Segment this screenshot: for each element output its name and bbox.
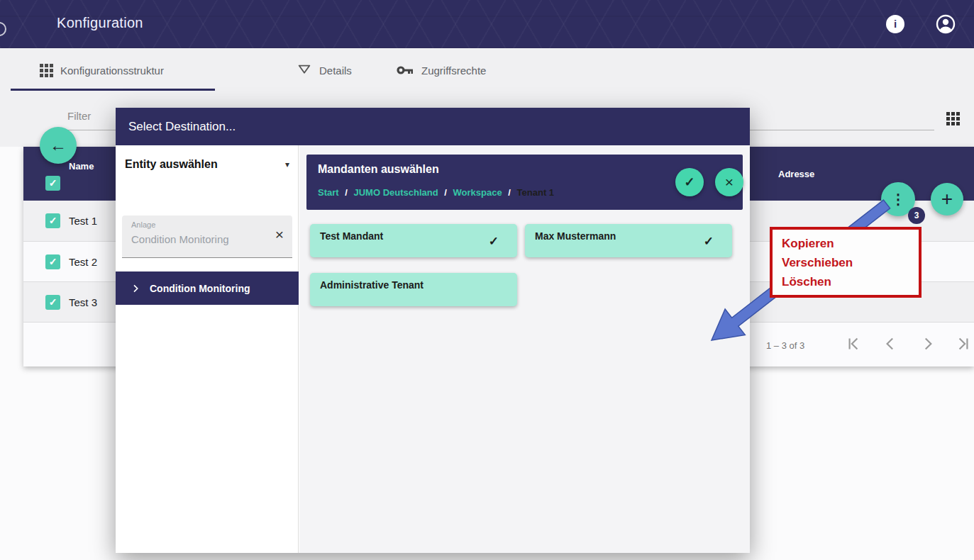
row-name: Test 3 [69,296,97,308]
tenant-chip-max-mustermann[interactable]: Max Mustermann ✓ [525,224,732,257]
column-adresse: Adresse [778,169,814,179]
back-button[interactable]: ← [40,127,77,164]
cancel-button[interactable]: × [715,168,743,196]
row-checkbox[interactable]: ✓ [45,213,60,228]
tenant-panel-header: Mandanten auswählen Start / JUMO Deutsch… [306,155,743,210]
active-tab-underline [11,89,215,91]
info-icon[interactable]: i [886,15,904,33]
chip-check-icon: ✓ [704,234,714,249]
add-button[interactable]: + [931,183,963,215]
selection-badge: 3 [908,207,925,224]
breadcrumb-current: Tenant 1 [517,187,555,198]
menu-partial-icon[interactable] [0,22,6,36]
filter-label: Filter [67,110,91,122]
entity-select-label: Entity auswählen [125,158,218,171]
breadcrumb-link-jumo-deutschland[interactable]: JUMO Deutschland [354,187,438,198]
chip-check-icon: ✓ [489,234,499,249]
close-icon: × [725,174,734,191]
first-page-button[interactable] [844,335,863,353]
select-all-checkbox[interactable]: ✓ [45,176,60,191]
row-checkbox[interactable]: ✓ [45,254,60,269]
annotation-line: Löschen [782,272,919,291]
tab-bar: Konfigurationsstruktur Details Zugriffsr… [0,48,974,92]
more-vert-icon: ⋮ [891,191,905,208]
tenant-chip-test-mandant[interactable]: Test Mandant ✓ [310,224,517,257]
select-destination-dialog: Select Destination... Entity auswählen ▾… [116,108,750,553]
row-name: Test 1 [69,215,97,227]
tab-konfigurationsstruktur[interactable]: Konfigurationsstruktur [40,48,164,92]
tenant-panel: Mandanten auswählen Start / JUMO Deutsch… [299,145,750,553]
prev-page-button[interactable] [882,335,900,353]
row-name: Test 2 [69,256,97,268]
next-page-button[interactable] [919,335,937,353]
last-page-button[interactable] [954,335,973,353]
dialog-title: Select Destination... [116,108,750,145]
chevron-right-icon [130,283,141,294]
tab-label: Zugriffsrechte [421,65,486,77]
breadcrumb-link-start[interactable]: Start [318,187,339,198]
tab-label: Konfigurationsstruktur [60,65,164,77]
row-checkbox[interactable]: ✓ [45,295,60,310]
tab-zugriffsrechte[interactable]: Zugriffsrechte [396,48,486,92]
clear-icon[interactable]: × [275,227,284,242]
entity-panel: Entity auswählen ▾ Anlage Condition Moni… [116,145,299,553]
pagination-range: 1 – 3 of 3 [766,340,804,351]
plus-icon: + [941,188,953,211]
column-name: Name [69,161,94,172]
key-icon [396,62,414,78]
arrow-left-icon: ← [50,135,67,155]
tab-details[interactable]: Details [297,48,352,92]
breadcrumb-separator: / [508,187,511,198]
grid-icon [40,64,53,77]
confirm-button[interactable]: ✓ [675,168,704,196]
annotation-line: Kopieren [782,234,919,253]
apps-grid-icon[interactable] [946,112,960,125]
tree-item-label: Condition Monitoring [150,283,250,294]
annotation-line: Verschieben [782,253,919,272]
chip-label: Test Mandant [320,230,383,242]
page-title: Konfiguration [57,15,143,31]
app-bar: Konfiguration i [0,0,974,48]
anlage-field[interactable]: Anlage Condition Monitoring × [122,215,292,258]
check-icon: ✓ [684,174,694,190]
breadcrumb: Start / JUMO Deutschland / Workspace / T… [318,187,554,198]
caret-down-icon: ▾ [285,159,289,169]
tenant-chip-administrative-tenant[interactable]: Administrative Tenant [310,273,517,306]
field-label: Anlage [131,220,155,229]
breadcrumb-separator: / [345,187,348,198]
funnel-icon [297,62,312,78]
chip-label: Max Mustermann [535,230,616,242]
chip-label: Administrative Tenant [320,279,424,291]
tenant-panel-title: Mandanten auswählen [318,163,439,176]
account-icon[interactable] [935,13,956,35]
breadcrumb-link-workspace[interactable]: Workspace [453,187,502,198]
annotation-box: Kopieren Verschieben Löschen [770,227,922,298]
tree-item-condition-monitoring[interactable]: Condition Monitoring [116,271,299,305]
entity-type-select[interactable]: Entity auswählen ▾ [125,158,289,171]
field-value: Condition Monitoring [131,233,229,245]
breadcrumb-separator: / [444,187,447,198]
tab-label: Details [319,65,352,77]
